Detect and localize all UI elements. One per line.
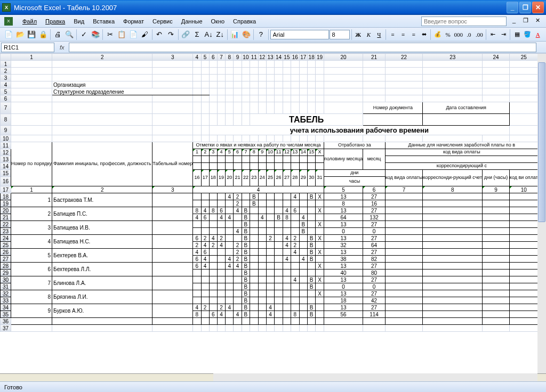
doc-minimize-button[interactable]: _: [510, 17, 518, 26]
indent-dec-icon[interactable]: ⇤: [488, 29, 498, 40]
dec-dec-icon[interactable]: .00: [475, 29, 485, 40]
merge-icon[interactable]: ⬌: [419, 29, 429, 40]
menu-window[interactable]: Окно: [207, 17, 229, 26]
formula-bar: fx: [0, 42, 546, 53]
help-icon[interactable]: ?: [255, 29, 267, 40]
doc-icon[interactable]: X: [4, 17, 13, 26]
research-icon[interactable]: 📚: [90, 29, 101, 40]
undo-icon[interactable]: ↶: [154, 29, 165, 40]
font-color-icon[interactable]: A: [533, 29, 543, 40]
permission-icon[interactable]: 🔒: [38, 29, 49, 40]
worksheet-grid[interactable]: 1234567891011121314151617181920212223242…: [0, 53, 546, 332]
menu-edit[interactable]: Правка: [41, 17, 69, 26]
minimize-button[interactable]: _: [507, 2, 518, 13]
doc-close-button[interactable]: ✕: [533, 17, 542, 26]
name-box[interactable]: [1, 43, 54, 52]
titlebar: X Microsoft Excel - Табель 10.2007 _ ❐ ✕: [0, 0, 546, 15]
italic-button[interactable]: К: [364, 29, 374, 40]
percent-icon[interactable]: %: [443, 29, 453, 40]
redo-icon[interactable]: ↷: [165, 29, 176, 40]
sort-asc-icon[interactable]: A↓: [203, 29, 214, 40]
doc-restore-button[interactable]: ❐: [521, 17, 530, 26]
align-left-icon[interactable]: ≡: [388, 29, 398, 40]
font-name-input[interactable]: [270, 30, 329, 39]
borders-icon[interactable]: ▦: [512, 29, 522, 40]
comma-icon[interactable]: 000: [453, 29, 463, 40]
dec-inc-icon[interactable]: .0: [464, 29, 474, 40]
maximize-button[interactable]: ❐: [519, 2, 531, 13]
menu-insert[interactable]: Вставка: [89, 17, 119, 26]
drawing-icon[interactable]: 🎨: [241, 29, 252, 40]
status-ready: Готово: [4, 384, 22, 390]
currency-icon[interactable]: 💰: [432, 29, 443, 40]
menu-file[interactable]: Файл: [18, 17, 41, 26]
menu-data[interactable]: Данные: [177, 17, 207, 26]
bold-button[interactable]: Ж: [353, 29, 363, 40]
menu-help[interactable]: Справка: [229, 17, 260, 26]
menubar: X Файл Правка Вид Вставка Формат Сервис …: [0, 15, 546, 28]
font-size-input[interactable]: [330, 30, 350, 39]
excel-icon: X: [2, 3, 11, 12]
autosum-icon[interactable]: Σ: [191, 29, 203, 40]
align-center-icon[interactable]: ≡: [398, 29, 408, 40]
vertical-scrollbar[interactable]: [537, 54, 546, 373]
fill-color-icon[interactable]: 🪣: [523, 29, 533, 40]
print-icon[interactable]: 🖨: [52, 29, 63, 40]
sort-desc-icon[interactable]: Z↓: [214, 29, 226, 40]
open-icon[interactable]: 📂: [15, 29, 26, 40]
hyperlink-icon[interactable]: 🔗: [180, 29, 191, 40]
spell-icon[interactable]: ✓: [78, 29, 90, 40]
menu-format[interactable]: Формат: [119, 17, 148, 26]
standard-toolbar: 📄 📂 💾 🔒 🖨 🔍 ✓ 📚 ✂ 📋 📄 🖌 ↶ ↷ 🔗 Σ A↓ Z↓ 📊 …: [0, 28, 546, 42]
save-icon[interactable]: 💾: [26, 29, 37, 40]
menu-tools[interactable]: Сервис: [148, 17, 177, 26]
preview-icon[interactable]: 🔍: [64, 29, 75, 40]
formula-input[interactable]: [69, 43, 536, 52]
fx-icon[interactable]: fx: [60, 44, 65, 51]
ask-input[interactable]: [421, 17, 507, 26]
worksheet-area[interactable]: 1234567891011121314151617181920212223242…: [0, 53, 546, 373]
indent-inc-icon[interactable]: ⇥: [499, 29, 509, 40]
underline-button[interactable]: Ч: [374, 29, 384, 40]
paste-icon[interactable]: 📄: [128, 29, 139, 40]
close-button[interactable]: ✕: [532, 2, 544, 13]
statusbar: Готово: [0, 381, 546, 392]
window-title: Microsoft Excel - Табель 10.2007: [14, 4, 507, 12]
align-right-icon[interactable]: ≡: [408, 29, 419, 40]
menu-view[interactable]: Вид: [69, 17, 89, 26]
horizontal-scrollbar[interactable]: [213, 373, 537, 381]
new-icon[interactable]: 📄: [3, 29, 14, 40]
cut-icon[interactable]: ✂: [105, 29, 116, 40]
copy-icon[interactable]: 📋: [116, 29, 127, 40]
chart-icon[interactable]: 📊: [229, 29, 240, 40]
format-painter-icon[interactable]: 🖌: [139, 29, 150, 40]
